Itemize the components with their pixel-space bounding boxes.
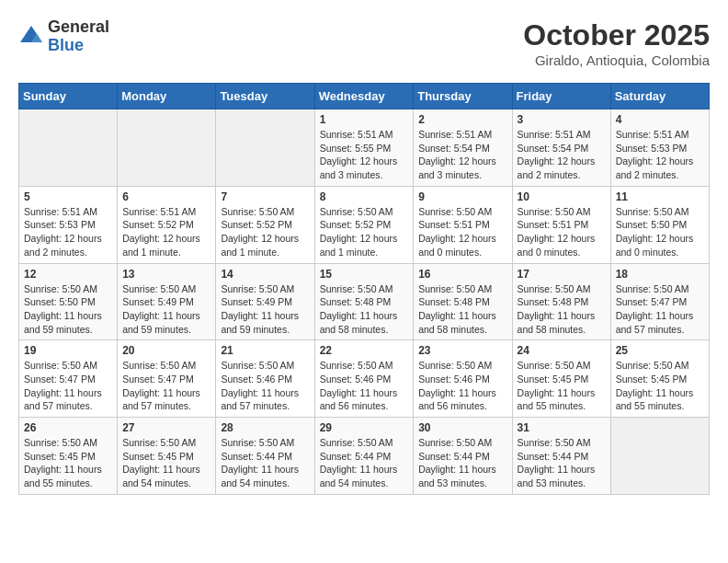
day-info: Sunrise: 5:50 AM Sunset: 5:47 PM Dayligh… <box>122 359 210 413</box>
calendar-table: SundayMondayTuesdayWednesdayThursdayFrid… <box>18 83 710 495</box>
calendar-cell <box>118 109 216 187</box>
day-number: 20 <box>122 344 210 357</box>
logo-general: General <box>48 18 109 37</box>
weekday-header: Sunday <box>19 84 118 109</box>
weekday-header: Monday <box>118 84 216 109</box>
title-block: October 2025 Giraldo, Antioquia, Colombi… <box>523 18 710 68</box>
day-info: Sunrise: 5:50 AM Sunset: 5:50 PM Dayligh… <box>616 205 704 259</box>
day-number: 11 <box>616 190 704 203</box>
day-info: Sunrise: 5:50 AM Sunset: 5:45 PM Dayligh… <box>122 436 210 490</box>
day-number: 24 <box>518 344 606 357</box>
day-info: Sunrise: 5:51 AM Sunset: 5:55 PM Dayligh… <box>320 128 409 182</box>
day-number: 29 <box>320 421 409 434</box>
calendar-week-row: 19Sunrise: 5:50 AM Sunset: 5:47 PM Dayli… <box>19 340 710 418</box>
day-info: Sunrise: 5:50 AM Sunset: 5:48 PM Dayligh… <box>320 282 409 337</box>
calendar-cell: 20Sunrise: 5:50 AM Sunset: 5:47 PM Dayli… <box>118 340 216 418</box>
calendar-week-row: 5Sunrise: 5:51 AM Sunset: 5:53 PM Daylig… <box>19 186 710 263</box>
calendar-cell: 31Sunrise: 5:50 AM Sunset: 5:44 PM Dayli… <box>512 418 610 495</box>
day-info: Sunrise: 5:50 AM Sunset: 5:44 PM Dayligh… <box>221 436 309 490</box>
calendar-cell: 8Sunrise: 5:50 AM Sunset: 5:52 PM Daylig… <box>314 186 414 263</box>
day-info: Sunrise: 5:51 AM Sunset: 5:53 PM Dayligh… <box>24 205 112 259</box>
calendar-cell: 18Sunrise: 5:50 AM Sunset: 5:47 PM Dayli… <box>610 263 709 340</box>
day-info: Sunrise: 5:50 AM Sunset: 5:52 PM Dayligh… <box>221 205 309 259</box>
day-info: Sunrise: 5:50 AM Sunset: 5:45 PM Dayligh… <box>518 359 606 413</box>
calendar-cell: 23Sunrise: 5:50 AM Sunset: 5:46 PM Dayli… <box>414 340 512 418</box>
day-info: Sunrise: 5:50 AM Sunset: 5:45 PM Dayligh… <box>616 359 704 413</box>
day-number: 6 <box>122 190 210 203</box>
day-number: 3 <box>518 113 606 126</box>
calendar-cell: 30Sunrise: 5:50 AM Sunset: 5:44 PM Dayli… <box>414 418 512 495</box>
day-info: Sunrise: 5:50 AM Sunset: 5:47 PM Dayligh… <box>24 359 112 413</box>
day-number: 21 <box>221 344 309 357</box>
calendar-cell: 24Sunrise: 5:50 AM Sunset: 5:45 PM Dayli… <box>512 340 610 418</box>
day-number: 13 <box>122 268 210 281</box>
day-info: Sunrise: 5:50 AM Sunset: 5:49 PM Dayligh… <box>122 282 210 337</box>
day-number: 27 <box>122 421 210 434</box>
day-info: Sunrise: 5:50 AM Sunset: 5:45 PM Dayligh… <box>24 436 112 490</box>
calendar-cell: 11Sunrise: 5:50 AM Sunset: 5:50 PM Dayli… <box>610 186 709 263</box>
calendar-cell: 28Sunrise: 5:50 AM Sunset: 5:44 PM Dayli… <box>216 418 314 495</box>
day-number: 16 <box>418 268 506 281</box>
day-info: Sunrise: 5:50 AM Sunset: 5:49 PM Dayligh… <box>221 282 309 337</box>
calendar-cell: 2Sunrise: 5:51 AM Sunset: 5:54 PM Daylig… <box>414 109 512 187</box>
calendar-cell: 19Sunrise: 5:50 AM Sunset: 5:47 PM Dayli… <box>19 340 118 418</box>
day-info: Sunrise: 5:50 AM Sunset: 5:44 PM Dayligh… <box>518 436 606 490</box>
day-number: 31 <box>518 421 606 434</box>
day-number: 19 <box>24 344 112 357</box>
calendar-cell: 13Sunrise: 5:50 AM Sunset: 5:49 PM Dayli… <box>118 263 216 340</box>
day-info: Sunrise: 5:50 AM Sunset: 5:46 PM Dayligh… <box>320 359 409 413</box>
day-info: Sunrise: 5:51 AM Sunset: 5:54 PM Dayligh… <box>418 128 506 182</box>
day-number: 12 <box>24 268 112 281</box>
day-number: 2 <box>418 113 506 126</box>
day-number: 22 <box>320 344 409 357</box>
calendar-cell: 22Sunrise: 5:50 AM Sunset: 5:46 PM Dayli… <box>314 340 414 418</box>
weekday-header: Saturday <box>610 84 709 109</box>
calendar-cell: 21Sunrise: 5:50 AM Sunset: 5:46 PM Dayli… <box>216 340 314 418</box>
logo: General Blue <box>18 18 109 55</box>
calendar-cell: 12Sunrise: 5:50 AM Sunset: 5:50 PM Dayli… <box>19 263 118 340</box>
day-number: 18 <box>616 268 704 281</box>
weekday-header: Tuesday <box>216 84 314 109</box>
day-number: 5 <box>24 190 112 203</box>
calendar-week-row: 26Sunrise: 5:50 AM Sunset: 5:45 PM Dayli… <box>19 418 710 495</box>
day-info: Sunrise: 5:50 AM Sunset: 5:44 PM Dayligh… <box>418 436 506 490</box>
calendar-cell: 26Sunrise: 5:50 AM Sunset: 5:45 PM Dayli… <box>19 418 118 495</box>
day-number: 7 <box>221 190 309 203</box>
day-info: Sunrise: 5:50 AM Sunset: 5:52 PM Dayligh… <box>320 205 409 259</box>
day-number: 15 <box>320 268 409 281</box>
calendar-header-row: SundayMondayTuesdayWednesdayThursdayFrid… <box>19 84 710 109</box>
logo-text: General Blue <box>48 18 109 55</box>
calendar-cell: 1Sunrise: 5:51 AM Sunset: 5:55 PM Daylig… <box>314 109 414 187</box>
logo-icon <box>18 24 44 50</box>
location: Giraldo, Antioquia, Colombia <box>523 52 710 68</box>
day-number: 30 <box>418 421 506 434</box>
day-info: Sunrise: 5:50 AM Sunset: 5:48 PM Dayligh… <box>418 282 506 337</box>
calendar-cell: 6Sunrise: 5:51 AM Sunset: 5:52 PM Daylig… <box>118 186 216 263</box>
calendar-cell: 17Sunrise: 5:50 AM Sunset: 5:48 PM Dayli… <box>512 263 610 340</box>
day-info: Sunrise: 5:50 AM Sunset: 5:46 PM Dayligh… <box>221 359 309 413</box>
calendar-cell <box>19 109 118 187</box>
weekday-header: Friday <box>512 84 610 109</box>
day-number: 25 <box>616 344 704 357</box>
day-info: Sunrise: 5:50 AM Sunset: 5:44 PM Dayligh… <box>320 436 409 490</box>
month-year: October 2025 <box>523 18 710 52</box>
day-number: 23 <box>418 344 506 357</box>
calendar-week-row: 12Sunrise: 5:50 AM Sunset: 5:50 PM Dayli… <box>19 263 710 340</box>
day-number: 17 <box>518 268 606 281</box>
day-number: 8 <box>320 190 409 203</box>
calendar-cell: 16Sunrise: 5:50 AM Sunset: 5:48 PM Dayli… <box>414 263 512 340</box>
calendar-cell: 29Sunrise: 5:50 AM Sunset: 5:44 PM Dayli… <box>314 418 414 495</box>
calendar-cell: 5Sunrise: 5:51 AM Sunset: 5:53 PM Daylig… <box>19 186 118 263</box>
day-info: Sunrise: 5:50 AM Sunset: 5:51 PM Dayligh… <box>418 205 506 259</box>
day-number: 9 <box>418 190 506 203</box>
day-number: 26 <box>24 421 112 434</box>
day-info: Sunrise: 5:50 AM Sunset: 5:46 PM Dayligh… <box>418 359 506 413</box>
day-info: Sunrise: 5:51 AM Sunset: 5:54 PM Dayligh… <box>518 128 606 182</box>
calendar-cell: 10Sunrise: 5:50 AM Sunset: 5:51 PM Dayli… <box>512 186 610 263</box>
calendar-cell: 7Sunrise: 5:50 AM Sunset: 5:52 PM Daylig… <box>216 186 314 263</box>
day-info: Sunrise: 5:50 AM Sunset: 5:48 PM Dayligh… <box>518 282 606 337</box>
calendar-cell: 9Sunrise: 5:50 AM Sunset: 5:51 PM Daylig… <box>414 186 512 263</box>
calendar-cell: 4Sunrise: 5:51 AM Sunset: 5:53 PM Daylig… <box>610 109 709 187</box>
day-number: 14 <box>221 268 309 281</box>
calendar-cell: 3Sunrise: 5:51 AM Sunset: 5:54 PM Daylig… <box>512 109 610 187</box>
